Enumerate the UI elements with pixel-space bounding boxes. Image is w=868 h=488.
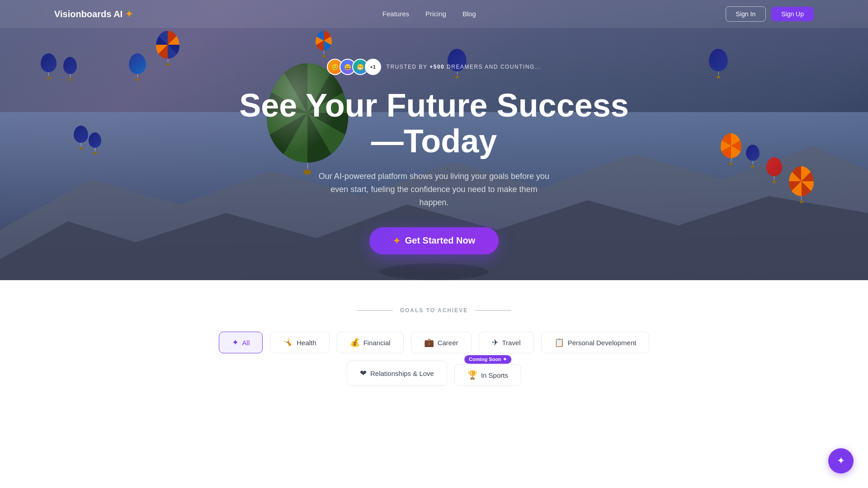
goal-tab-all-label: All <box>242 339 250 347</box>
goal-tab-personal[interactable]: 📋 Personal Development <box>541 332 650 353</box>
goal-tab-financial[interactable]: 💰 Financial <box>337 332 404 353</box>
logo: Visionboards AI ✦ <box>54 9 133 19</box>
trust-text: TRUSTED BY +500 DREAMERS AND COUNTING... <box>387 64 542 70</box>
all-icon: ✦ <box>232 338 239 347</box>
sports-icon: 🏆 <box>467 370 477 380</box>
goal-tab-relationships-label: Relationships & Love <box>370 370 434 377</box>
goals-tabs-row2: ❤ Relationships & Love Coming Soon ✦ 🏆 I… <box>54 361 814 386</box>
nav-actions: Sign In Sign Up <box>726 6 814 22</box>
goal-tab-sports-wrapper: Coming Soon ✦ 🏆 In Sports <box>454 361 521 386</box>
financial-icon: 💰 <box>350 338 360 347</box>
hero-subtitle: Our AI-powered platform shows you living… <box>316 170 552 209</box>
career-icon: 💼 <box>424 338 434 347</box>
logo-text: Visionboards AI <box>54 9 123 19</box>
relationships-icon: ❤ <box>360 368 367 378</box>
navbar: Visionboards AI ✦ Features Pricing Blog … <box>0 0 868 28</box>
fab-icon: ✦ <box>837 455 845 467</box>
goals-section: GOALS TO ACHIEVE ✦ All 🤸 Health 💰 Financ… <box>0 280 868 404</box>
goal-tab-travel-label: Travel <box>502 339 521 347</box>
goals-line-right <box>475 310 511 311</box>
goals-label: GOALS TO ACHIEVE <box>54 307 814 314</box>
svg-point-3 <box>380 263 488 280</box>
avatars: 😊 😄 😁 +1 <box>327 59 381 75</box>
cta-label: Get Started Now <box>405 235 476 246</box>
goals-tabs-row1: ✦ All 🤸 Health 💰 Financial 💼 Career ✈ Tr… <box>54 332 814 353</box>
avatar-count: +1 <box>365 59 381 75</box>
hero-title: See Your Future Success—Today <box>231 88 637 159</box>
get-started-button[interactable]: ✦ Get Started Now <box>369 227 499 254</box>
health-icon: 🤸 <box>283 338 293 347</box>
coming-soon-badge: Coming Soon ✦ <box>464 355 511 364</box>
nav-features[interactable]: Features <box>382 10 409 18</box>
trust-badge: 😊 😄 😁 +1 TRUSTED BY +500 DREAMERS AND CO… <box>327 59 542 75</box>
logo-icon: ✦ <box>125 9 133 19</box>
hero-content: 😊 😄 😁 +1 TRUSTED BY +500 DREAMERS AND CO… <box>0 0 868 254</box>
goal-tab-all[interactable]: ✦ All <box>219 332 263 353</box>
goal-tab-sports[interactable]: 🏆 In Sports <box>454 364 521 386</box>
goal-tab-sports-label: In Sports <box>481 371 508 379</box>
goals-line-left <box>357 310 393 311</box>
goal-tab-health[interactable]: 🤸 Health <box>270 332 329 353</box>
goal-tab-financial-label: Financial <box>363 339 391 347</box>
nav-blog[interactable]: Blog <box>462 10 476 18</box>
goal-tab-career-label: Career <box>438 339 458 347</box>
nav-links: Features Pricing Blog <box>382 10 476 18</box>
personal-icon: 📋 <box>554 338 564 347</box>
goals-section-title: GOALS TO ACHIEVE <box>400 307 468 314</box>
signup-button[interactable]: Sign Up <box>771 7 814 21</box>
signin-button[interactable]: Sign In <box>726 6 766 22</box>
hero-section: 😊 😄 😁 +1 TRUSTED BY +500 DREAMERS AND CO… <box>0 0 868 280</box>
nav-pricing[interactable]: Pricing <box>425 10 446 18</box>
goal-tab-travel[interactable]: ✈ Travel <box>479 332 534 353</box>
cta-icon: ✦ <box>393 235 401 246</box>
goal-tab-health-label: Health <box>297 339 316 347</box>
goal-tab-personal-label: Personal Development <box>568 339 637 347</box>
travel-icon: ✈ <box>492 338 499 347</box>
goal-tab-career[interactable]: 💼 Career <box>411 332 472 353</box>
goal-tab-relationships[interactable]: ❤ Relationships & Love <box>347 361 447 386</box>
fab-button[interactable]: ✦ <box>828 448 854 474</box>
